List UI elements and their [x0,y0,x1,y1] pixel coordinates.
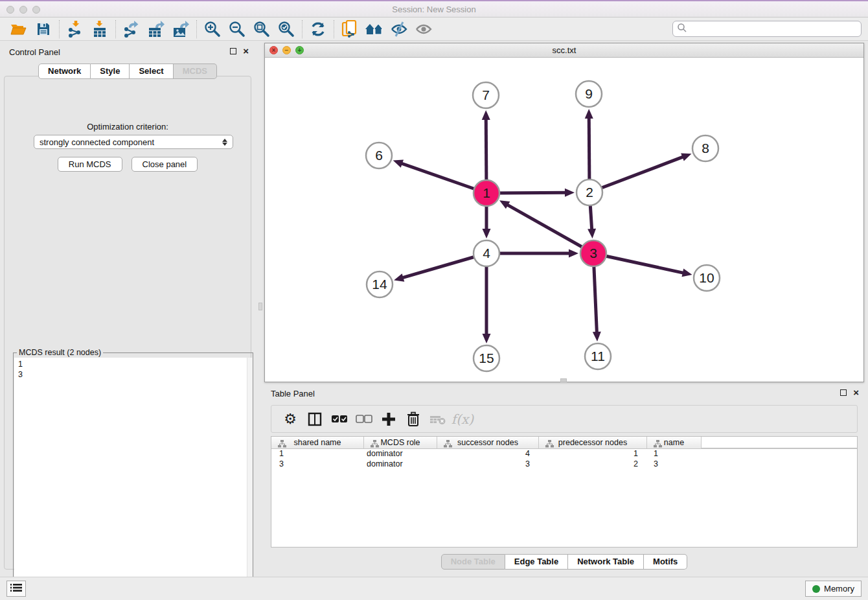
table-row[interactable]: 1dominator411 [271,449,857,459]
cell-successor-nodes[interactable]: 4 [437,449,539,459]
tab-select[interactable]: Select [130,63,173,79]
cell-shared-name[interactable]: 1 [271,449,364,459]
graph-node-label: 3 [589,246,597,260]
arrowhead-icon [565,189,575,197]
tab-network[interactable]: Network [38,63,91,79]
close-panel-icon[interactable]: × [243,48,249,54]
network-window-titlebar[interactable]: × − + scc.txt [265,43,863,58]
zoom-out-icon[interactable] [225,19,249,39]
mcds-result-text[interactable]: 13 [14,358,252,596]
cell-MCDS-role[interactable]: dominator [364,459,437,470]
search-input[interactable] [687,23,861,36]
show-all-icon[interactable] [411,19,436,39]
network-view-window: × − + scc.txt 7968124314101511 [264,43,864,382]
import-table-icon[interactable] [87,19,112,39]
trash-icon[interactable] [402,409,424,430]
arrowhead-icon [483,334,491,343]
main-toolbar [0,17,868,41]
graph-node-label: 15 [479,351,494,365]
network-canvas[interactable]: 7968124314101511 [265,58,863,382]
cell-successor-nodes[interactable]: 3 [437,459,539,470]
network-title: scc.txt [265,45,863,55]
memory-label: Memory [824,584,854,594]
save-icon[interactable] [31,19,56,39]
import-network-icon[interactable] [63,19,87,39]
open-folder-icon[interactable] [6,19,31,39]
status-bar: Memory [0,577,868,600]
mcds-result-line: 1 [18,359,248,369]
tab-network-table[interactable]: Network Table [568,554,644,570]
column-header-name[interactable]: name [647,437,702,448]
panel-divider[interactable] [258,44,263,572]
hide-selected-icon[interactable] [387,19,411,39]
select-all-icon[interactable] [328,409,350,430]
arrowhead-icon [569,249,578,258]
column-header-predecessor-nodes[interactable]: predecessor nodes [539,437,647,448]
column-header-label: shared name [294,438,341,447]
arrowhead-icon [483,229,491,238]
graph-node-label: 9 [585,86,593,101]
cell-shared-name[interactable]: 3 [271,459,364,470]
cell-MCDS-role[interactable]: dominator [364,449,437,459]
zoom-fit-icon[interactable] [249,19,274,39]
graph-node-label: 14 [372,277,387,292]
tab-motifs[interactable]: Motifs [644,554,687,570]
gear-icon[interactable]: ⚙ [279,409,301,430]
toolbar-separator [115,20,116,38]
export-network-icon[interactable] [119,19,144,39]
table-row[interactable]: 3dominator323 [271,459,857,470]
zoom-selected-icon[interactable] [274,19,299,39]
run-mcds-button[interactable]: Run MCDS [58,157,122,172]
edge-3-10[interactable] [593,253,685,273]
unselect-all-icon[interactable] [353,409,375,430]
graph-node-label: 6 [375,148,383,163]
arrowhead-icon [681,269,692,277]
add-icon[interactable] [378,409,400,430]
toolbar-separator [302,20,303,38]
column-header-shared-name[interactable]: shared name [271,437,364,448]
graph-node-label: 1 [483,185,490,200]
tab-mcds[interactable]: MCDS [174,63,217,79]
toolbar-separator [334,20,334,38]
table-panel: Table Panel × ⚙f(x) shared nameMCDS role… [264,386,864,572]
control-panel: Control Panel × NetworkStyleSelectMCDS O… [0,44,255,572]
search-icon [677,23,687,36]
column-header-successor-nodes[interactable]: successor nodes [437,437,539,448]
search-box[interactable] [672,21,862,37]
window-resize-grip[interactable] [560,378,567,382]
tab-node-table[interactable]: Node Table [441,554,505,570]
cell-name[interactable]: 3 [647,459,702,470]
cell-predecessor-nodes[interactable]: 1 [539,449,647,459]
export-image-icon[interactable] [168,19,193,39]
memory-button[interactable]: Memory [805,581,862,597]
arrowhead-icon [681,153,691,161]
edge-3-1[interactable] [506,204,593,253]
refresh-icon[interactable] [306,19,330,39]
task-history-button[interactable] [6,581,26,597]
graph-node-label: 2 [586,185,593,200]
close-table-panel-icon[interactable]: × [853,389,859,396]
divider-grip[interactable] [258,303,262,310]
float-table-panel-icon[interactable] [840,389,847,396]
graph-node-label: 7 [482,87,490,102]
float-panel-icon[interactable] [230,48,236,54]
edge-2-8[interactable] [589,156,684,192]
result-scrollbar[interactable] [247,358,253,596]
clone-network-icon[interactable] [337,19,362,39]
home-icon[interactable] [362,19,387,39]
cell-predecessor-nodes[interactable]: 2 [539,459,647,470]
graph-node-label: 10 [699,270,714,285]
export-table-icon[interactable] [144,19,168,39]
tab-edge-table[interactable]: Edge Table [505,554,568,570]
column-header-MCDS-role[interactable]: MCDS role [364,437,437,448]
arrowhead-icon [588,229,596,238]
table-toolbar: ⚙f(x) [271,405,858,433]
zoom-in-icon[interactable] [200,19,225,39]
close-panel-button[interactable]: Close panel [131,157,198,172]
optimization-criterion-select[interactable]: strongly connected component [34,135,233,149]
tab-style[interactable]: Style [91,63,130,79]
delete-column-icon [427,409,449,430]
columns-icon[interactable] [304,409,326,430]
cell-name[interactable]: 1 [647,449,702,459]
mcds-result-box: MCDS result (2 nodes) 13 [13,352,253,597]
